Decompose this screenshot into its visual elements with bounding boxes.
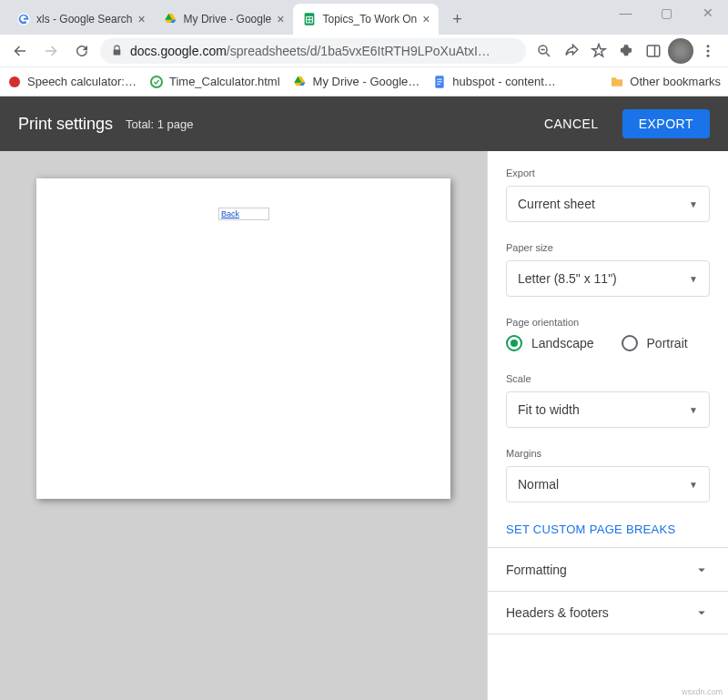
bookmark-speech-calculator[interactable]: Speech calculator:…: [7, 75, 136, 89]
chevron-down-icon: [693, 604, 710, 621]
total-pages: Total: 1 page: [126, 117, 193, 131]
dropdown-arrow-icon: ▼: [689, 274, 698, 284]
bookmark-hubspot[interactable]: hubspot - content…: [432, 75, 555, 89]
formatting-accordion[interactable]: Formatting: [488, 547, 728, 591]
scale-select[interactable]: Fit to width ▼: [506, 391, 710, 428]
svg-point-11: [707, 49, 710, 52]
sidepanel-icon[interactable]: [641, 38, 666, 64]
dropdown-arrow-icon: ▼: [689, 405, 698, 415]
close-window-button[interactable]: ✕: [687, 0, 728, 25]
extensions-icon[interactable]: [613, 38, 639, 64]
bookmarks-bar: Speech calculator:… Time_Calculator.html…: [0, 67, 728, 96]
reload-button[interactable]: [69, 38, 95, 64]
share-icon[interactable]: [559, 38, 584, 64]
paper-size-label: Paper size: [506, 242, 710, 253]
svg-rect-16: [438, 78, 442, 79]
drive-favicon: [164, 12, 178, 26]
svg-line-6: [546, 53, 550, 56]
radio-icon: [506, 335, 522, 351]
new-tab-button[interactable]: +: [444, 6, 470, 32]
close-tab-icon[interactable]: ×: [137, 12, 145, 26]
paper-size-select[interactable]: Letter (8.5" x 11") ▼: [506, 260, 710, 297]
maximize-button[interactable]: ▢: [646, 0, 687, 25]
sheets-favicon: [302, 12, 317, 26]
margins-select[interactable]: Normal ▼: [506, 466, 710, 502]
address-bar-row: docs.google.com/spreadsheets/d/1ba5vxE6I…: [0, 35, 728, 67]
lock-icon: [111, 45, 123, 56]
settings-sidebar: Export Current sheet ▼ Paper size Letter…: [487, 151, 728, 700]
cell-link: Back: [221, 209, 239, 218]
tab-topics-sheet[interactable]: Topics_To Work On ×: [293, 4, 439, 35]
margins-label: Margins: [506, 448, 710, 459]
svg-point-12: [707, 54, 710, 56]
folder-icon: [610, 75, 624, 89]
url-bar[interactable]: docs.google.com/spreadsheets/d/1ba5vxE6I…: [100, 38, 526, 64]
preview-cell: Back: [218, 208, 269, 220]
export-label: Export: [506, 167, 710, 178]
docs-icon: [432, 75, 447, 89]
window-controls: — ▢ ✕: [605, 0, 728, 25]
bookmark-icon: [7, 75, 22, 89]
forward-button[interactable]: [38, 38, 64, 64]
minimize-button[interactable]: —: [605, 0, 646, 25]
page-preview: Back: [36, 178, 450, 499]
bookmark-my-drive[interactable]: My Drive - Google…: [293, 75, 420, 89]
drive-icon: [293, 75, 308, 89]
headers-footers-accordion[interactable]: Headers & footers: [488, 591, 728, 634]
scale-label: Scale: [506, 373, 710, 384]
svg-rect-18: [438, 84, 440, 85]
back-button[interactable]: [7, 38, 33, 64]
profile-avatar[interactable]: [668, 38, 693, 64]
bookmark-time-calculator[interactable]: Time_Calculator.html: [149, 75, 280, 89]
preview-area: Back: [0, 151, 487, 700]
orientation-radios: Landscape Portrait: [506, 335, 710, 351]
zoom-icon[interactable]: [531, 38, 557, 64]
svg-point-14: [151, 76, 162, 87]
print-settings-header: Print settings Total: 1 page CANCEL EXPO…: [0, 96, 728, 151]
bookmark-icon: [149, 75, 164, 89]
cancel-button[interactable]: CANCEL: [531, 109, 612, 138]
dropdown-arrow-icon: ▼: [689, 480, 698, 490]
tab-google-search[interactable]: xls - Google Search ×: [7, 4, 155, 35]
radio-icon: [622, 335, 638, 351]
svg-point-13: [9, 76, 20, 87]
orientation-label: Page orientation: [506, 317, 710, 328]
tab-my-drive[interactable]: My Drive - Google ×: [155, 4, 294, 35]
toolbar-icons: [531, 38, 721, 64]
export-button[interactable]: EXPORT: [622, 109, 710, 138]
watermark: wsxdn.com: [682, 687, 723, 696]
close-tab-icon[interactable]: ×: [422, 12, 430, 26]
tab-title: xls - Google Search: [36, 13, 132, 25]
svg-point-10: [707, 45, 710, 47]
portrait-radio[interactable]: Portrait: [622, 335, 688, 351]
url-text: docs.google.com/spreadsheets/d/1ba5vxE6I…: [130, 44, 490, 58]
google-favicon: [16, 12, 31, 26]
star-icon[interactable]: [586, 38, 612, 64]
menu-icon[interactable]: [695, 38, 721, 64]
tab-title: Topics_To Work On: [322, 13, 417, 25]
svg-rect-17: [438, 81, 442, 82]
other-bookmarks[interactable]: Other bookmarks: [610, 75, 721, 89]
tab-title: My Drive - Google: [184, 13, 272, 25]
print-settings-title: Print settings: [18, 115, 113, 134]
set-custom-page-breaks[interactable]: SET CUSTOM PAGE BREAKS: [506, 522, 710, 536]
export-select[interactable]: Current sheet ▼: [506, 186, 710, 222]
chevron-down-icon: [693, 562, 710, 578]
print-settings-body: Back Export Current sheet ▼ Paper size L…: [0, 151, 728, 700]
close-tab-icon[interactable]: ×: [277, 12, 284, 26]
dropdown-arrow-icon: ▼: [689, 199, 698, 209]
svg-rect-8: [647, 46, 660, 56]
landscape-radio[interactable]: Landscape: [506, 335, 594, 351]
